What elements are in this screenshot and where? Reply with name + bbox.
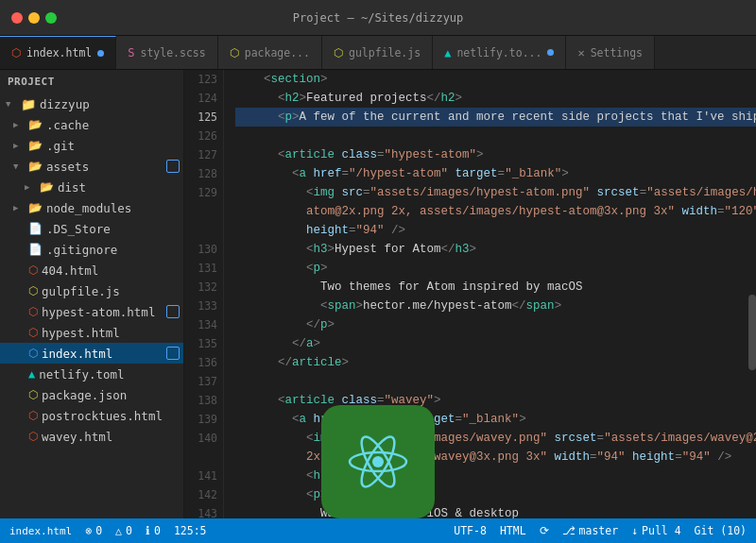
code-line: <img src="assets/images/hypest-atom.png"… [235,183,756,202]
html-icon: ⬡ [28,326,38,339]
tab-label: package... [245,46,310,59]
status-position[interactable]: 125:5 [174,524,207,537]
code-line: <h2>Featured projects</h2> [235,89,756,108]
titlebar: Project — ~/Sites/dizzyup [0,0,756,36]
tag-name: h2 [441,89,455,108]
code-line: Wallpapers for iOS & desktop [235,504,756,518]
sidebar-item-hypest-atom[interactable]: ▶ ⬡ hypest-atom.html [0,301,183,322]
line-num: 140 [184,429,217,448]
error-count: 0 [95,524,102,537]
code-line: 2x, assets/images/wavey@3x.png 3x" width… [235,448,756,467]
line-num: 139 [184,410,217,429]
status-pull[interactable]: ↓ Pull 4 [631,524,680,537]
line-num: 142 [184,485,217,504]
folder-icon: 📂 [28,201,43,214]
sync-icon: ⟳ [540,524,549,537]
code-line [235,127,756,145]
file-icon: 📄 [28,222,43,235]
sidebar-item-label: hypest.html [42,326,180,340]
scrollbar[interactable] [748,295,756,370]
line-num [184,202,217,221]
sidebar-item-cache[interactable]: ▶ 📂 .cache [0,114,183,135]
html-icon: ⬡ [28,347,38,360]
warning-icon: △ [115,524,122,537]
item-badge [166,347,180,360]
tag-name: h2 [285,89,300,108]
sidebar-item-dist[interactable]: ▶ 📂 dist [0,177,183,197]
line-numbers: 123 124 125 126 127 128 129 130 131 132 … [184,70,224,518]
code-content[interactable]: <section> <h2>Featured projects</h2> <p>… [224,70,756,518]
tag-name: p [285,108,293,127]
line-num: 129 [184,183,217,202]
language-label: HTML [500,524,526,537]
pull-label: Pull 4 [642,524,681,537]
sidebar-item-wavey[interactable]: ▶ ⬡ wavey.html [0,426,183,447]
status-errors[interactable]: ⊗ 0 [85,524,102,537]
line-num: 126 [184,127,217,145]
code-line: <img src="assets/images/wavey.png" srcse… [235,429,756,448]
status-sync[interactable]: ⟳ [540,524,549,537]
html-icon: ⬡ [28,409,38,422]
code-line: </article> [235,353,756,372]
line-num: 141 [184,467,217,485]
line-num: 123 [184,70,217,89]
sidebar-item-git[interactable]: ▶ 📂 .git [0,135,183,156]
code-line: <p> [235,485,756,504]
sidebar-item-hypest[interactable]: ▶ ⬡ hypest.html [0,322,183,343]
tab-style-scss[interactable]: S style.scss [116,36,217,69]
code-line: </p> [235,315,756,334]
statusbar: index.html ⊗ 0 △ 0 ℹ 0 125:5 [0,518,756,543]
chevron-down-icon: ▼ [6,99,17,109]
line-num: 124 [184,89,217,108]
tab-netlify-toml[interactable]: ▲ netlify.to... [433,36,566,69]
encoding-label: UTF-8 [454,524,487,537]
punct: > [292,108,300,127]
maximize-button[interactable] [45,12,57,24]
status-warnings[interactable]: △ 0 [115,524,132,537]
line-num: 130 [184,240,217,259]
tab-gulpfile-js[interactable]: ⬡ gulpfile.js [322,36,433,69]
line-num: 138 [184,391,217,410]
line-num: 135 [184,334,217,353]
close-button[interactable] [11,12,23,24]
sidebar-item-gulpfile[interactable]: ▶ ⬡ gulpfile.js [0,280,183,301]
sidebar-item-postrocktues[interactable]: ▶ ⬡ postrocktues.html [0,405,183,426]
line-num: 137 [184,372,217,391]
sidebar-item-node-modules[interactable]: ▶ 📂 node_modules [0,197,183,218]
tab-settings[interactable]: ✕ Settings [566,36,655,69]
sidebar-item-index-html[interactable]: ▶ ⬡ index.html [0,343,183,364]
status-info[interactable]: ℹ 0 [146,524,161,537]
sidebar-item-dizzyup[interactable]: ▼ 📁 dizzyup [0,93,183,114]
sidebar-item-package[interactable]: ▶ ⬡ package.json [0,384,183,405]
text-content: A few of the current and more recent sid… [300,108,756,127]
code-line: <a href="/hypest-atom" target="_blank"> [235,164,756,183]
line-num [184,448,217,467]
sidebar-item-404html[interactable]: ▶ ⬡ 404.html [0,260,183,280]
traffic-lights[interactable] [0,12,57,24]
tab-package-json[interactable]: ⬡ package... [218,36,322,69]
tag-name: section [271,70,321,89]
line-num: 136 [184,353,217,372]
sidebar-item-netlify[interactable]: ▶ ▲ netlify.toml [0,364,183,384]
minimize-button[interactable] [28,12,40,24]
code-line: Two themes for Atom inspired by macOS [235,278,756,297]
tab-label: style.scss [140,46,205,59]
status-branch[interactable]: ⎇ master [562,524,619,537]
folder-icon: 📂 [28,160,43,173]
sidebar-item-ds-store[interactable]: ▶ 📄 .DS_Store [0,218,183,239]
code-line: <h3>Wavey</h3> [235,467,756,485]
sidebar-item-gitignore[interactable]: ▶ 📄 .gitignore [0,239,183,260]
status-filename[interactable]: index.html [9,525,72,537]
tab-index-html[interactable]: ⬡ index.html [0,36,116,69]
sidebar-item-label: .git [46,139,180,153]
chevron-right-icon: ▶ [13,120,25,129]
status-git[interactable]: Git (10) [695,524,747,537]
status-language[interactable]: HTML [500,524,526,537]
app-window: Project — ~/Sites/dizzyup ⬡ index.html S… [0,0,756,543]
sidebar-header: Project [0,70,183,93]
error-icon: ⊗ [85,524,92,537]
file-icon: 📄 [28,243,43,256]
code-editor[interactable]: 123 124 125 126 127 128 129 130 131 132 … [184,70,756,518]
sidebar-item-assets[interactable]: ▼ 📂 assets [0,156,183,177]
status-encoding[interactable]: UTF-8 [454,524,487,537]
